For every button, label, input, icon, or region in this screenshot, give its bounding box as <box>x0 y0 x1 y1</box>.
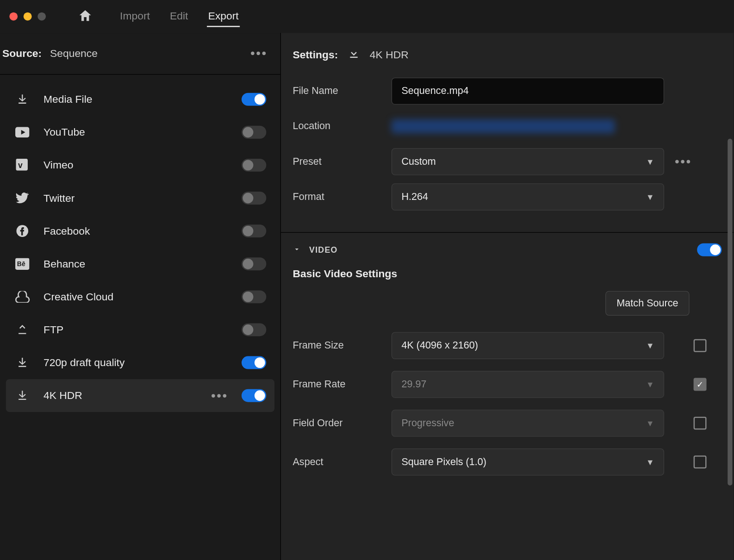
video-section-title: VIDEO <box>309 245 689 255</box>
chevron-down-icon: ▼ <box>646 157 654 166</box>
chevron-down-icon: ▼ <box>646 341 654 350</box>
source-name[interactable]: Sequence <box>50 47 98 60</box>
destination-4k-hdr[interactable]: 4K HDR••• <box>6 379 274 412</box>
destination-label: Behance <box>44 258 198 270</box>
video-row-label: Aspect <box>292 456 381 468</box>
filename-input[interactable]: Sequence.mp4 <box>392 78 664 105</box>
chevron-down-icon: ▼ <box>646 418 654 428</box>
video-row-checkbox[interactable] <box>694 455 707 468</box>
video-row-frame-size: Frame Size4K (4096 x 2160)▼ <box>292 326 722 365</box>
preset-label: Preset <box>292 156 381 168</box>
location-path[interactable] <box>392 119 615 133</box>
source-label: Source: <box>2 47 42 60</box>
video-row-label: Frame Size <box>292 340 381 351</box>
video-row-checkbox[interactable] <box>694 417 707 429</box>
destination-vimeo[interactable]: vVimeo <box>6 149 274 181</box>
download-icon <box>14 389 31 402</box>
download-icon <box>14 93 31 106</box>
match-source-button[interactable]: Match Source <box>605 291 689 316</box>
destination-label: Facebook <box>44 225 198 237</box>
video-section: VIDEO Basic Video Settings Match Source … <box>281 233 734 487</box>
maximize-window[interactable] <box>37 12 46 21</box>
svg-text:Bē: Bē <box>17 260 25 268</box>
svg-text:v: v <box>18 161 23 170</box>
video-row-aspect: AspectSquare Pixels (1.0)▼ <box>292 442 722 481</box>
destination-media-file[interactable]: Media File <box>6 83 274 116</box>
destination-label: Twitter <box>44 192 198 205</box>
destination-toggle[interactable] <box>242 224 266 237</box>
destination-720p-draft-quality[interactable]: 720p draft quality <box>6 346 274 379</box>
settings-download-icon <box>348 47 361 63</box>
chevron-down-icon: ▼ <box>646 457 654 467</box>
video-row-checkbox[interactable] <box>694 339 707 352</box>
video-toggle[interactable] <box>697 243 722 256</box>
minimize-window[interactable] <box>24 12 32 21</box>
preset-more-icon[interactable]: ••• <box>675 154 692 169</box>
workspace-tabs: Import Edit Export <box>119 6 240 26</box>
close-window[interactable] <box>9 12 18 21</box>
destination-label: 720p draft quality <box>44 356 198 369</box>
tab-export[interactable]: Export <box>207 6 240 26</box>
video-subtitle: Basic Video Settings <box>292 256 722 284</box>
facebook-icon <box>14 224 31 237</box>
destination-toggle[interactable] <box>242 389 266 402</box>
destination-label: Media File <box>44 93 198 106</box>
destination-toggle[interactable] <box>242 290 266 303</box>
twitter-icon <box>14 192 31 205</box>
destination-toggle[interactable] <box>242 159 266 172</box>
settings-current-preset: 4K HDR <box>370 49 409 61</box>
download-icon <box>14 356 31 369</box>
source-more-icon[interactable]: ••• <box>250 46 267 61</box>
scrollbar[interactable] <box>728 139 732 485</box>
filename-label: File Name <box>292 85 381 97</box>
location-label: Location <box>292 120 381 132</box>
video-row-select: 29.97▼ <box>392 371 664 398</box>
home-icon[interactable] <box>78 8 93 25</box>
format-select[interactable]: H.264▼ <box>392 183 664 210</box>
destination-ftp[interactable]: FTP <box>6 313 274 346</box>
destination-toggle[interactable] <box>242 257 266 270</box>
cc-icon <box>14 291 31 303</box>
vimeo-icon: v <box>14 159 31 172</box>
right-panel: Settings: 4K HDR File Name Sequence.mp4 … <box>281 33 734 560</box>
tab-edit[interactable]: Edit <box>169 6 189 26</box>
topbar: Import Edit Export <box>0 0 734 33</box>
destination-toggle[interactable] <box>242 93 266 106</box>
destination-label: FTP <box>44 324 198 336</box>
source-header: Source: Sequence ••• <box>0 33 280 75</box>
chevron-down-icon: ▼ <box>646 192 654 201</box>
video-row-select[interactable]: 4K (4096 x 2160)▼ <box>392 332 664 359</box>
destination-label: YouTube <box>44 126 198 138</box>
video-row-label: Frame Rate <box>292 379 381 390</box>
ftp-icon <box>14 324 31 336</box>
destination-more-icon[interactable]: ••• <box>211 388 229 403</box>
tab-import[interactable]: Import <box>119 6 151 26</box>
destination-label: 4K HDR <box>44 389 198 402</box>
preset-select[interactable]: Custom▼ <box>392 148 664 175</box>
settings-label: Settings: <box>292 49 338 61</box>
destination-toggle[interactable] <box>242 324 266 336</box>
video-row-frame-rate: Frame Rate29.97▼ <box>292 365 722 404</box>
destination-toggle[interactable] <box>242 356 266 369</box>
video-row-field-order: Field OrderProgressive▼ <box>292 404 722 442</box>
destination-twitter[interactable]: Twitter <box>6 181 274 214</box>
destination-list: Media FileYouTubevVimeoTwitterFacebookBē… <box>0 75 280 420</box>
section-chevron-icon[interactable] <box>292 245 301 255</box>
destination-facebook[interactable]: Facebook <box>6 215 274 248</box>
youtube-icon <box>14 127 31 137</box>
destination-creative-cloud[interactable]: Creative Cloud <box>6 280 274 313</box>
behance-icon: Bē <box>14 258 31 270</box>
video-row-select[interactable]: Square Pixels (1.0)▼ <box>392 448 664 475</box>
destination-label: Creative Cloud <box>44 291 198 303</box>
video-row-checkbox[interactable] <box>694 378 707 391</box>
window-controls <box>9 12 46 21</box>
video-row-label: Field Order <box>292 417 381 429</box>
destination-toggle[interactable] <box>242 192 266 205</box>
video-row-select: Progressive▼ <box>392 410 664 436</box>
destination-youtube[interactable]: YouTube <box>6 116 274 149</box>
settings-form: File Name Sequence.mp4 Location Preset C… <box>281 68 734 233</box>
destination-label: Vimeo <box>44 159 198 172</box>
left-panel: Source: Sequence ••• Media FileYouTubevV… <box>0 33 281 560</box>
destination-behance[interactable]: BēBehance <box>6 248 274 280</box>
destination-toggle[interactable] <box>242 126 266 139</box>
